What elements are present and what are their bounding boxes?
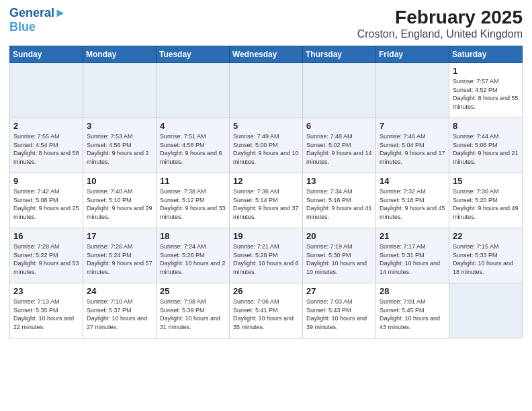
calendar-cell (376, 63, 449, 118)
calendar-cell: 19Sunrise: 7:21 AM Sunset: 5:28 PM Dayli… (230, 228, 303, 283)
day-number: 22 (453, 231, 519, 241)
day-info: Sunrise: 7:24 AM Sunset: 5:26 PM Dayligh… (160, 242, 226, 276)
calendar-cell: 7Sunrise: 7:46 AM Sunset: 5:04 PM Daylig… (376, 118, 449, 173)
day-info: Sunrise: 7:49 AM Sunset: 5:00 PM Dayligh… (233, 132, 299, 166)
calendar-cell: 9Sunrise: 7:42 AM Sunset: 5:08 PM Daylig… (10, 173, 83, 228)
calendar-header-row: SundayMondayTuesdayWednesdayThursdayFrid… (10, 46, 523, 63)
day-number: 2 (13, 121, 79, 131)
calendar-header-tuesday: Tuesday (157, 46, 230, 63)
day-info: Sunrise: 7:48 AM Sunset: 5:02 PM Dayligh… (306, 132, 372, 166)
day-number: 23 (13, 286, 79, 296)
calendar-cell: 17Sunrise: 7:26 AM Sunset: 5:24 PM Dayli… (83, 228, 157, 283)
day-info: Sunrise: 7:51 AM Sunset: 4:58 PM Dayligh… (160, 132, 226, 166)
calendar-cell: 28Sunrise: 7:01 AM Sunset: 5:45 PM Dayli… (376, 283, 449, 338)
calendar-cell: 12Sunrise: 7:36 AM Sunset: 5:14 PM Dayli… (230, 173, 303, 228)
calendar-cell: 2Sunrise: 7:55 AM Sunset: 4:54 PM Daylig… (10, 118, 83, 173)
day-number: 20 (306, 231, 372, 241)
calendar-cell (157, 63, 230, 118)
day-number: 1 (453, 66, 519, 76)
calendar-cell: 3Sunrise: 7:53 AM Sunset: 4:56 PM Daylig… (83, 118, 157, 173)
day-number: 10 (87, 176, 152, 186)
calendar-cell: 24Sunrise: 7:10 AM Sunset: 5:37 PM Dayli… (83, 283, 157, 338)
calendar-cell: 5Sunrise: 7:49 AM Sunset: 5:00 PM Daylig… (230, 118, 303, 173)
day-info: Sunrise: 7:17 AM Sunset: 5:31 PM Dayligh… (380, 242, 445, 276)
day-number: 8 (453, 121, 519, 131)
day-number: 9 (13, 176, 79, 186)
calendar-cell: 27Sunrise: 7:03 AM Sunset: 5:43 PM Dayli… (303, 283, 376, 338)
calendar-cell: 26Sunrise: 7:06 AM Sunset: 5:41 PM Dayli… (230, 283, 303, 338)
calendar-header-saturday: Saturday (449, 46, 523, 63)
day-info: Sunrise: 7:15 AM Sunset: 5:33 PM Dayligh… (453, 242, 519, 276)
day-number: 27 (306, 286, 372, 296)
day-info: Sunrise: 7:28 AM Sunset: 5:22 PM Dayligh… (13, 242, 79, 276)
day-number: 21 (380, 231, 445, 241)
calendar-header-friday: Friday (376, 46, 449, 63)
day-number: 18 (160, 231, 226, 241)
calendar-cell (83, 63, 157, 118)
calendar-cell (230, 63, 303, 118)
day-info: Sunrise: 7:55 AM Sunset: 4:54 PM Dayligh… (13, 132, 79, 166)
day-number: 25 (160, 286, 226, 296)
calendar-header-monday: Monday (83, 46, 157, 63)
calendar-week-4: 16Sunrise: 7:28 AM Sunset: 5:22 PM Dayli… (10, 228, 523, 283)
day-number: 6 (306, 121, 372, 131)
day-number: 24 (87, 286, 152, 296)
calendar-week-3: 9Sunrise: 7:42 AM Sunset: 5:08 PM Daylig… (10, 173, 523, 228)
calendar-cell (449, 283, 523, 338)
calendar-cell: 23Sunrise: 7:13 AM Sunset: 5:35 PM Dayli… (10, 283, 83, 338)
day-info: Sunrise: 7:32 AM Sunset: 5:18 PM Dayligh… (380, 187, 445, 221)
calendar-cell: 20Sunrise: 7:19 AM Sunset: 5:30 PM Dayli… (303, 228, 376, 283)
page-title: February 2025 (357, 7, 523, 28)
day-info: Sunrise: 7:01 AM Sunset: 5:45 PM Dayligh… (380, 298, 445, 331)
calendar-cell: 8Sunrise: 7:44 AM Sunset: 5:06 PM Daylig… (449, 118, 523, 173)
calendar-cell: 25Sunrise: 7:08 AM Sunset: 5:39 PM Dayli… (157, 283, 230, 338)
calendar-table: SundayMondayTuesdayWednesdayThursdayFrid… (9, 46, 523, 338)
day-info: Sunrise: 7:57 AM Sunset: 4:52 PM Dayligh… (453, 77, 519, 111)
day-info: Sunrise: 7:38 AM Sunset: 5:12 PM Dayligh… (160, 187, 226, 221)
calendar-week-1: 1Sunrise: 7:57 AM Sunset: 4:52 PM Daylig… (10, 63, 523, 118)
logo-text: General► (9, 7, 66, 20)
logo: General► Blue (9, 7, 66, 34)
page-subtitle: Croston, England, United Kingdom (357, 28, 523, 40)
calendar-cell: 6Sunrise: 7:48 AM Sunset: 5:02 PM Daylig… (303, 118, 376, 173)
day-info: Sunrise: 7:53 AM Sunset: 4:56 PM Dayligh… (87, 132, 152, 166)
day-number: 12 (233, 176, 299, 186)
page-header: General► Blue February 2025 Croston, Eng… (9, 7, 523, 40)
day-info: Sunrise: 7:44 AM Sunset: 5:06 PM Dayligh… (453, 132, 519, 166)
day-info: Sunrise: 7:10 AM Sunset: 5:37 PM Dayligh… (87, 298, 152, 331)
day-info: Sunrise: 7:34 AM Sunset: 5:16 PM Dayligh… (306, 187, 372, 221)
day-info: Sunrise: 7:03 AM Sunset: 5:43 PM Dayligh… (306, 298, 372, 331)
calendar-cell: 1Sunrise: 7:57 AM Sunset: 4:52 PM Daylig… (449, 63, 523, 118)
calendar-header-wednesday: Wednesday (230, 46, 303, 63)
day-number: 13 (306, 176, 372, 186)
day-number: 5 (233, 121, 299, 131)
calendar-cell: 16Sunrise: 7:28 AM Sunset: 5:22 PM Dayli… (10, 228, 83, 283)
calendar-cell: 10Sunrise: 7:40 AM Sunset: 5:10 PM Dayli… (83, 173, 157, 228)
day-number: 26 (233, 286, 299, 296)
calendar-week-2: 2Sunrise: 7:55 AM Sunset: 4:54 PM Daylig… (10, 118, 523, 173)
day-info: Sunrise: 7:06 AM Sunset: 5:41 PM Dayligh… (233, 298, 299, 331)
day-info: Sunrise: 7:19 AM Sunset: 5:30 PM Dayligh… (306, 242, 372, 276)
day-number: 16 (13, 231, 79, 241)
day-info: Sunrise: 7:30 AM Sunset: 5:20 PM Dayligh… (453, 187, 519, 221)
day-number: 7 (380, 121, 445, 131)
day-info: Sunrise: 7:26 AM Sunset: 5:24 PM Dayligh… (87, 242, 152, 276)
calendar-cell: 18Sunrise: 7:24 AM Sunset: 5:26 PM Dayli… (157, 228, 230, 283)
calendar-cell: 15Sunrise: 7:30 AM Sunset: 5:20 PM Dayli… (449, 173, 523, 228)
calendar-header-sunday: Sunday (10, 46, 83, 63)
calendar-cell: 11Sunrise: 7:38 AM Sunset: 5:12 PM Dayli… (157, 173, 230, 228)
calendar-cell: 21Sunrise: 7:17 AM Sunset: 5:31 PM Dayli… (376, 228, 449, 283)
day-number: 28 (380, 286, 445, 296)
day-info: Sunrise: 7:08 AM Sunset: 5:39 PM Dayligh… (160, 298, 226, 331)
day-info: Sunrise: 7:13 AM Sunset: 5:35 PM Dayligh… (13, 298, 79, 331)
day-info: Sunrise: 7:46 AM Sunset: 5:04 PM Dayligh… (380, 132, 445, 166)
day-info: Sunrise: 7:36 AM Sunset: 5:14 PM Dayligh… (233, 187, 299, 221)
calendar-cell (10, 63, 83, 118)
calendar-header-thursday: Thursday (303, 46, 376, 63)
day-info: Sunrise: 7:40 AM Sunset: 5:10 PM Dayligh… (87, 187, 152, 221)
day-info: Sunrise: 7:21 AM Sunset: 5:28 PM Dayligh… (233, 242, 299, 276)
day-info: Sunrise: 7:42 AM Sunset: 5:08 PM Dayligh… (13, 187, 79, 221)
calendar-cell: 14Sunrise: 7:32 AM Sunset: 5:18 PM Dayli… (376, 173, 449, 228)
calendar-cell: 13Sunrise: 7:34 AM Sunset: 5:16 PM Dayli… (303, 173, 376, 228)
day-number: 4 (160, 121, 226, 131)
